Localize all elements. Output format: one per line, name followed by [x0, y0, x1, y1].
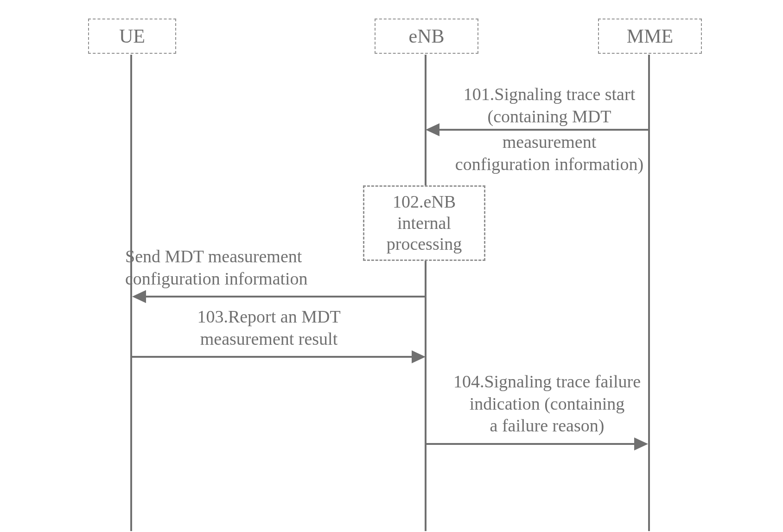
arrow-sendcfg	[145, 296, 426, 298]
msg-101-l2: (containing MDT	[487, 107, 611, 126]
msg-sendcfg-l1: Send MDT measurement	[125, 247, 302, 266]
msg-101-l4: configuration information)	[455, 154, 643, 174]
msg-101-label-below: measurement configuration information)	[445, 131, 654, 175]
arrow-103-head	[412, 350, 426, 363]
participant-enb: eNB	[375, 19, 478, 54]
participant-mme: MME	[598, 19, 702, 54]
msg-101-l1: 101.Signaling trace start	[464, 84, 635, 104]
participant-enb-label: eNB	[409, 25, 445, 47]
arrow-101	[439, 129, 648, 131]
participant-ue-label: UE	[119, 25, 145, 47]
msg-104-l1: 104.Signaling trace failure	[453, 372, 641, 391]
process-102-l2: internal	[397, 213, 451, 233]
msg-103-label: 103.Report an MDT measurement result	[144, 306, 394, 350]
process-102-l3: processing	[387, 234, 462, 253]
arrow-101-head	[426, 123, 439, 136]
msg-104-l3: a failure reason)	[490, 416, 605, 435]
msg-101-label: 101.Signaling trace start (containing MD…	[445, 83, 654, 127]
arrow-104	[427, 443, 635, 445]
process-102-l1: 102.eNB	[393, 192, 456, 211]
process-102: 102.eNB internal processing	[363, 185, 485, 261]
arrow-103	[132, 356, 413, 358]
participant-mme-label: MME	[627, 25, 673, 47]
arrow-104-head	[634, 437, 648, 450]
msg-101-l3: measurement	[503, 132, 597, 152]
msg-104-label: 104.Signaling trace failure indication (…	[436, 371, 658, 437]
msg-sendcfg-l2: configuration information	[125, 269, 308, 288]
msg-sendcfg-label: Send MDT measurement configuration infor…	[125, 246, 357, 290]
msg-104-l2: indication (containing	[470, 394, 625, 413]
msg-103-l2: measurement result	[200, 329, 338, 348]
arrow-sendcfg-head	[132, 290, 146, 303]
msg-103-l1: 103.Report an MDT	[197, 307, 340, 326]
participant-ue: UE	[88, 19, 176, 54]
